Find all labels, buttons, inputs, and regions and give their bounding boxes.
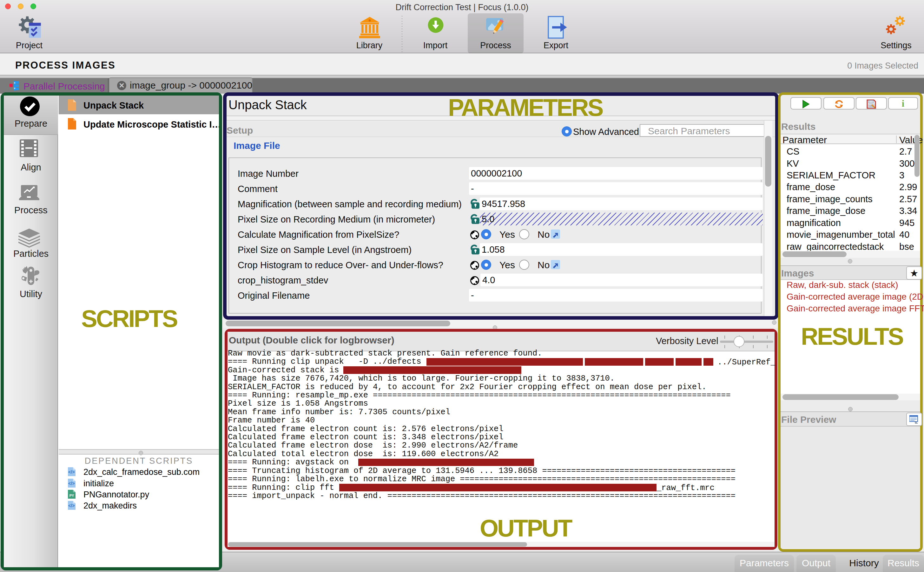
svg-text:PY: PY — [70, 494, 74, 497]
svg-text:</>: </> — [68, 503, 74, 508]
svg-text:</>: </> — [68, 469, 74, 474]
svg-text:</>: </> — [68, 481, 74, 486]
